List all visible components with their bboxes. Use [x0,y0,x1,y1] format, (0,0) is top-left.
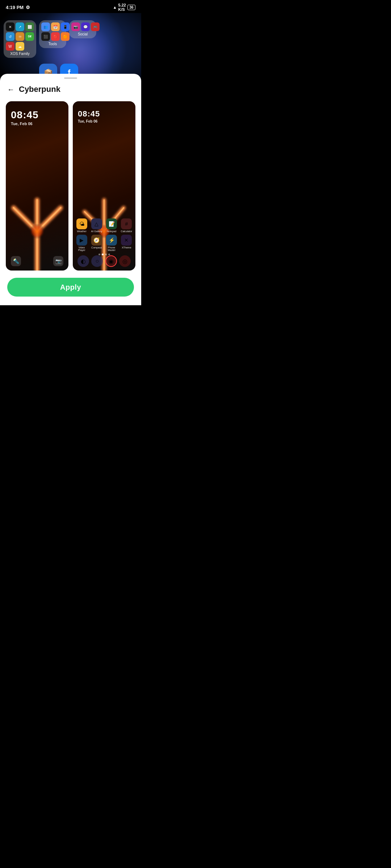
lock-time-display: 08:45 [11,109,63,121]
app-icon-screen: ⬜ [25,22,34,31]
apply-button[interactable]: Apply [7,278,134,297]
home-app-compass: 🧭 Compass [90,235,103,251]
app-icon-kwgt: ✕ [6,22,14,31]
lock-screen-time: 08:45 Tue, Feb 06 [6,101,68,126]
status-right: ▲ 5.22K/S 36 [113,3,135,12]
battery-indicator: 36 [127,5,135,10]
home-apps-grid: 🌤 Weather △ AI Gallery 📝 Notepad # Calcu… [73,218,135,256]
xtheme-icon-sm: ✕ [121,235,132,246]
tools-folder-grid: 👥 📅 📱 ⬛ 🔴 🟠 [41,22,64,41]
phonemaster-icon-sm: ⚡ [106,235,117,246]
tools-icon-3: 📱 [61,22,70,31]
preview-home-screen[interactable]: 08:45 Tue, Feb 06 🌤 Weather △ AI Gallery… [73,101,135,271]
folder-social-label: Social [71,32,94,36]
dock-icon-2: ○ [91,255,103,267]
tools-icon-2: 📅 [51,22,60,31]
notepad-label-sm: Notepad [107,230,116,233]
folder-xos-family[interactable]: ✕ ↗ ⬜ ↺ ♾ 🗺 W ☁ XOS Family [4,20,36,58]
tools-icon-1: 👥 [41,22,50,31]
lock-date-display: Tue, Feb 06 [11,122,63,126]
time-display: 4:19 PM [6,5,24,10]
dock-row: ◐ ○ ◉ ◎ [73,255,135,267]
home-app-notepad: 📝 Notepad [105,218,118,233]
folder-xos-label: XOS Family [6,52,34,56]
tools-icon-6: 🟠 [61,32,70,41]
svg-point-0 [29,224,45,239]
app-icon-swipe: ♾ [16,32,24,41]
speed-display: 5.22K/S [118,3,126,12]
gear-icon: ⚙ [26,5,30,10]
folder-tools-label: Tools [41,42,64,46]
home-app-weather: 🌤 Weather [75,218,88,233]
preview-lock-screen[interactable]: 08:45 Tue, Feb 06 🔦 📷 [6,101,68,271]
status-bar: 4:19 PM ⚙ ▲ 5.22K/S 36 [0,0,141,13]
sheet-header: ← Cyberpunk [0,79,141,97]
home-app-video: ▶ Video Player [75,235,88,251]
dock-icon-4: ◎ [119,255,131,267]
home-app-row2: ▶ Video Player 🧭 Compass ⚡ Phone Master … [75,235,133,251]
notepad-icon-sm: 📝 [106,218,117,229]
home-icons: ✕ ↗ ⬜ ↺ ♾ 🗺 W ☁ XOS Family 👥 📅 📱 ⬛ 🔴 [0,20,141,58]
home-date-display: Tue, Feb 06 [78,119,130,123]
social-icon-1: 📷 [71,22,80,31]
bottom-sheet: ← Cyberpunk [0,74,141,305]
phonemaster-label-sm: Phone Master [105,246,118,251]
home-app-row1: 🌤 Weather △ AI Gallery 📝 Notepad # Calcu… [75,218,133,233]
folder-tools-wrap: 👥 📅 📱 ⬛ 🔴 🟠 Tools [39,20,66,48]
video-icon-sm: ▶ [76,235,87,246]
dock-icon-3: ◉ [105,255,117,267]
app-icon-wps: W [6,42,14,51]
back-button[interactable]: ← [7,85,14,94]
folder-grid: ✕ ↗ ⬜ ↺ ♾ 🗺 W ☁ [6,22,34,51]
dock-icon-1: ◐ [77,255,89,267]
tools-icon-4: ⬛ [41,32,50,41]
weather-label-sm: Weather [77,230,86,233]
home-app-xtheme: ✕ XTheme [120,235,133,251]
folder-social-wrap: 📷 💬 🎮 Social [69,20,96,38]
folder-tools[interactable]: 👥 📅 📱 ⬛ 🔴 🟠 Tools [39,20,66,48]
app-icon-maps: 🗺 [25,32,34,41]
branch-svg-lock [6,152,68,271]
home-screen-time: 08:45 Tue, Feb 06 [73,101,135,123]
lock-bottom-icons: 🔦 📷 [6,256,68,266]
flashlight-icon: 🔦 [11,256,21,266]
home-time-display: 08:45 [78,109,130,119]
app-icon-xlaunch: ↗ [16,22,24,31]
folder-social[interactable]: 📷 💬 🎮 Social [69,20,96,38]
home-app-phonemaster: ⚡ Phone Master [105,235,118,251]
social-icon-2: 💬 [81,22,90,31]
app-icon-sync: ↺ [6,32,14,41]
home-app-calc: # Calculator [120,218,133,233]
wifi-icon: ▲ [113,5,117,9]
gallery-label-sm: AI Gallery [91,230,102,233]
battery-level: 36 [129,5,133,9]
calc-label-sm: Calculator [121,230,133,233]
xtheme-label-sm: XTheme [122,246,131,249]
status-left: 4:19 PM ⚙ [6,5,30,10]
sheet-title: Cyberpunk [19,85,60,94]
calc-icon-sm: # [121,218,132,229]
home-app-gallery: △ AI Gallery [90,218,103,233]
compass-label-sm: Compass [91,246,102,249]
app-icon-weather: ☁ [16,42,24,51]
preview-area: 08:45 Tue, Feb 06 🔦 📷 [0,97,141,275]
camera-lock-icon: 📷 [53,256,63,266]
video-label-sm: Video Player [75,246,88,251]
tools-icon-5: 🔴 [51,32,60,41]
weather-icon-sm: 🌤 [76,218,87,229]
gallery-icon-sm: △ [91,218,102,229]
social-icon-3: 🎮 [91,22,100,31]
compass-icon-sm: 🧭 [91,235,102,246]
social-folder-grid: 📷 💬 🎮 [71,22,94,31]
